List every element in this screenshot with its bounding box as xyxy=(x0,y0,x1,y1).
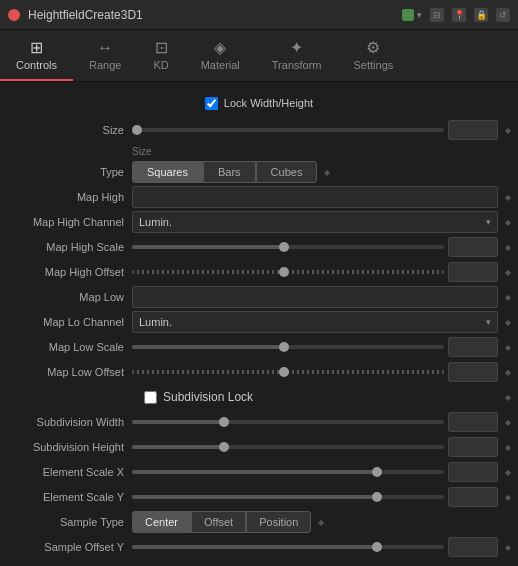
tab-material[interactable]: ◈ Material xyxy=(185,30,256,81)
sample-offset-y-slider[interactable] xyxy=(132,545,444,549)
map-low-offset-content: 0.0 xyxy=(132,362,514,382)
tab-settings[interactable]: ⚙ Settings xyxy=(338,30,410,81)
type-btn-bars[interactable]: Bars xyxy=(203,161,256,183)
map-low-offset-input[interactable]: 0.0 xyxy=(448,362,498,382)
map-lo-channel-dropdown[interactable]: Lumin. ▾ xyxy=(132,311,498,333)
size-diamond-icon[interactable] xyxy=(502,124,514,136)
tab-controls[interactable]: ⊞ Controls xyxy=(0,30,73,81)
reset-icon[interactable]: ↺ xyxy=(496,8,510,22)
tab-range[interactable]: ↔ Range xyxy=(73,30,137,81)
map-high-scale-label: Map High Scale xyxy=(4,241,132,253)
map-high-offset-slider[interactable] xyxy=(132,270,444,274)
kd-icon: ⊡ xyxy=(155,40,168,56)
size-slider[interactable] xyxy=(132,128,444,132)
map-low-input[interactable] xyxy=(132,286,498,308)
element-scale-x-row: Element Scale X 1.0 xyxy=(4,460,514,484)
map-low-scale-slider[interactable] xyxy=(132,345,444,349)
tab-transform[interactable]: ✦ Transform xyxy=(256,30,338,81)
map-high-scale-diamond-icon[interactable] xyxy=(502,241,514,253)
map-lo-dropdown-arrow-icon: ▾ xyxy=(486,317,491,327)
chevron-down-icon[interactable]: ▾ xyxy=(417,10,422,20)
subdivision-lock-label: Subdivision Lock xyxy=(163,390,253,404)
map-low-diamond-icon[interactable] xyxy=(502,291,514,303)
map-lo-channel-row: Map Lo Channel Lumin. ▾ xyxy=(4,310,514,334)
map-low-scale-row: Map Low Scale 1.0 xyxy=(4,335,514,359)
element-scale-x-content: 1.0 xyxy=(132,462,514,482)
sample-btn-offset[interactable]: Offset xyxy=(191,511,246,533)
map-high-offset-input[interactable]: 0.0 xyxy=(448,262,498,282)
tab-settings-label: Settings xyxy=(354,59,394,71)
map-high-offset-content: 0.0 xyxy=(132,262,514,282)
map-high-scale-slider[interactable] xyxy=(132,245,444,249)
title-bar: HeightfieldCreate3D1 ▾ ⊟ 📍 🔒 ↺ xyxy=(0,0,518,30)
size-input[interactable]: 1.0 xyxy=(448,120,498,140)
lock-icon[interactable]: 🔒 xyxy=(474,8,488,22)
window-close-dot[interactable] xyxy=(8,9,20,21)
map-low-scale-diamond-icon[interactable] xyxy=(502,341,514,353)
map-high-row: Map High xyxy=(4,185,514,209)
element-scale-y-slider[interactable] xyxy=(132,495,444,499)
element-scale-y-input[interactable]: 1.0 xyxy=(448,487,498,507)
tab-kd-label: KD xyxy=(153,59,168,71)
map-high-input[interactable] xyxy=(132,186,498,208)
element-scale-x-slider[interactable] xyxy=(132,470,444,474)
material-icon: ◈ xyxy=(214,40,226,56)
map-lo-channel-diamond-icon[interactable] xyxy=(502,316,514,328)
map-high-channel-diamond-icon[interactable] xyxy=(502,216,514,228)
sample-offset-y-diamond-icon[interactable] xyxy=(502,541,514,553)
sample-type-diamond-icon[interactable] xyxy=(315,516,327,528)
sample-btn-position[interactable]: Position xyxy=(246,511,311,533)
map-high-scale-input[interactable]: 1.0 xyxy=(448,237,498,257)
map-high-channel-row: Map High Channel Lumin. ▾ xyxy=(4,210,514,234)
map-low-offset-slider[interactable] xyxy=(132,370,444,374)
sample-btn-center[interactable]: Center xyxy=(132,511,191,533)
element-scale-y-diamond-icon[interactable] xyxy=(502,491,514,503)
sample-offset-y-input[interactable]: 0.5 xyxy=(448,537,498,557)
tab-controls-label: Controls xyxy=(16,59,57,71)
size-sub-label: Size xyxy=(132,146,151,157)
subdivision-lock-checkbox[interactable] xyxy=(144,391,157,404)
map-high-scale-row: Map High Scale 1.0 xyxy=(4,235,514,259)
type-row: Type Squares Bars Cubes xyxy=(4,160,514,184)
subdivision-height-row: Subdivision Height 10 xyxy=(4,435,514,459)
subdivision-height-diamond-icon[interactable] xyxy=(502,441,514,453)
map-low-content xyxy=(132,286,514,308)
status-indicator: ▾ xyxy=(402,9,422,21)
element-scale-y-row: Element Scale Y 1.0 xyxy=(4,485,514,509)
type-label: Type xyxy=(4,166,132,178)
window-menu-icon[interactable]: ⊟ xyxy=(430,8,444,22)
map-high-channel-dropdown[interactable]: Lumin. ▾ xyxy=(132,211,498,233)
type-btn-squares[interactable]: Squares xyxy=(132,161,203,183)
controls-icon: ⊞ xyxy=(30,40,43,56)
subdivision-lock-diamond-icon[interactable] xyxy=(502,391,514,403)
element-scale-x-diamond-icon[interactable] xyxy=(502,466,514,478)
subdivision-height-label: Subdivision Height xyxy=(4,441,132,453)
tab-kd[interactable]: ⊡ KD xyxy=(137,30,184,81)
pin-icon[interactable]: 📍 xyxy=(452,8,466,22)
map-low-offset-diamond-icon[interactable] xyxy=(502,366,514,378)
tab-material-label: Material xyxy=(201,59,240,71)
map-high-scale-content: 1.0 xyxy=(132,237,514,257)
subdivision-width-input[interactable]: 10 xyxy=(448,412,498,432)
subdivision-width-label: Subdivision Width xyxy=(4,416,132,428)
type-content: Squares Bars Cubes xyxy=(132,161,514,183)
element-scale-x-input[interactable]: 1.0 xyxy=(448,462,498,482)
subdivision-width-slider[interactable] xyxy=(132,420,444,424)
lock-width-height-checkbox[interactable] xyxy=(205,97,218,110)
map-low-scale-input[interactable]: 1.0 xyxy=(448,337,498,357)
subdivision-height-input[interactable]: 10 xyxy=(448,437,498,457)
subdivision-height-content: 10 xyxy=(132,437,514,457)
map-high-diamond-icon[interactable] xyxy=(502,191,514,203)
subdivision-width-diamond-icon[interactable] xyxy=(502,416,514,428)
map-high-offset-diamond-icon[interactable] xyxy=(502,266,514,278)
sample-type-row: Sample Type Center Offset Position xyxy=(4,510,514,534)
type-diamond-icon[interactable] xyxy=(321,166,333,178)
map-low-scale-label: Map Low Scale xyxy=(4,341,132,353)
size-sublabel-row: Size xyxy=(4,143,514,159)
map-low-row: Map Low xyxy=(4,285,514,309)
subdivision-height-slider[interactable] xyxy=(132,445,444,449)
map-lo-channel-content: Lumin. ▾ xyxy=(132,311,514,333)
sample-offset-y-content: 0.5 xyxy=(132,537,514,557)
type-button-group: Squares Bars Cubes xyxy=(132,161,317,183)
type-btn-cubes[interactable]: Cubes xyxy=(256,161,318,183)
